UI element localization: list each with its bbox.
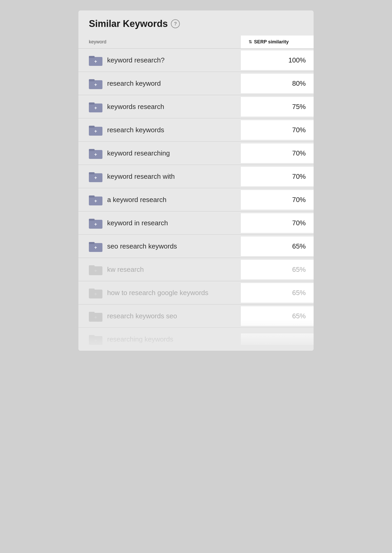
folder-icon[interactable]: +	[89, 54, 102, 66]
svg-text:+: +	[94, 129, 97, 134]
serp-column-header[interactable]: ⇅ SERP similarity	[240, 36, 314, 48]
svg-rect-22	[89, 219, 95, 221]
keyword-cell: + research keyword	[78, 72, 240, 95]
keyword-cell: + keyword research?	[78, 49, 240, 72]
table-row: + research keywords 70%	[78, 118, 314, 142]
serp-cell: 75%	[240, 97, 314, 117]
table-row: + keyword research with 70%	[78, 165, 314, 188]
svg-text:+: +	[94, 222, 97, 227]
panel-title: Similar Keywords	[89, 18, 168, 29]
svg-text:+: +	[94, 338, 97, 343]
svg-rect-25	[89, 242, 95, 244]
folder-icon[interactable]: +	[89, 101, 102, 112]
serp-cell: 65%	[240, 283, 314, 303]
table-row: + keyword in research 70%	[78, 211, 314, 235]
folder-icon[interactable]: +	[89, 240, 102, 252]
svg-text:+: +	[94, 175, 97, 180]
keyword-text: keyword in research	[107, 219, 168, 227]
svg-rect-19	[89, 195, 95, 198]
keyword-cell: + kw research	[78, 258, 240, 281]
help-icon[interactable]: ?	[171, 19, 180, 28]
keyword-cell: + researching keywords	[78, 328, 240, 351]
svg-text:+: +	[94, 245, 97, 250]
table-row: + how to research google keywords 65%	[78, 281, 314, 304]
keyword-text: research keywords seo	[107, 312, 177, 320]
keyword-text: researching keywords	[107, 335, 173, 343]
keywords-table: keyword ⇅ SERP similarity + keyword rese…	[78, 36, 314, 351]
svg-rect-1	[89, 56, 95, 58]
folder-icon[interactable]: +	[89, 217, 102, 229]
svg-text:+: +	[94, 105, 97, 111]
folder-icon[interactable]: +	[89, 147, 102, 159]
folder-icon[interactable]: +	[89, 287, 102, 298]
folder-icon[interactable]: +	[89, 78, 102, 89]
keyword-text: how to research google keywords	[107, 289, 208, 297]
table-row: + research keyword 80%	[78, 72, 314, 95]
keyword-text: seo research keywords	[107, 242, 177, 250]
serp-cell: 100%	[240, 50, 314, 70]
keyword-cell: + keyword researching	[78, 142, 240, 165]
serp-cell: 70%	[240, 120, 314, 140]
svg-rect-4	[89, 79, 95, 81]
svg-rect-16	[89, 172, 95, 174]
folder-icon[interactable]: +	[89, 333, 102, 345]
svg-text:+: +	[94, 59, 97, 64]
keyword-cell: + research keywords	[78, 118, 240, 141]
keyword-text: keyword research?	[107, 56, 165, 64]
keyword-column-header: keyword	[78, 36, 240, 48]
svg-rect-37	[89, 335, 95, 337]
svg-text:+: +	[94, 198, 97, 204]
serp-cell: 65%	[240, 306, 314, 326]
keyword-cell: + keyword research with	[78, 165, 240, 188]
table-row: + keywords research 75%	[78, 95, 314, 118]
serp-header-label: SERP similarity	[254, 39, 289, 45]
svg-rect-7	[89, 102, 95, 105]
sort-icon: ⇅	[249, 39, 252, 44]
table-row: + a keyword research 70%	[78, 188, 314, 211]
serp-cell: 70%	[240, 143, 314, 163]
svg-text:+: +	[94, 315, 97, 320]
keyword-cell: + keyword in research	[78, 211, 240, 234]
svg-text:+: +	[94, 152, 97, 157]
keyword-cell: + keywords research	[78, 95, 240, 118]
serp-cell: 70%	[240, 190, 314, 210]
serp-cell: 65%	[240, 237, 314, 256]
svg-text:+: +	[94, 268, 97, 273]
folder-icon[interactable]: +	[89, 194, 102, 205]
folder-icon[interactable]: +	[89, 171, 102, 182]
keyword-text: a keyword research	[107, 196, 166, 204]
svg-rect-34	[89, 312, 95, 314]
serp-cell: 80%	[240, 74, 314, 93]
svg-rect-31	[89, 289, 95, 291]
table-row: + research keywords seo 65%	[78, 304, 314, 328]
panel-header: Similar Keywords ?	[78, 18, 314, 36]
table-wrapper: keyword ⇅ SERP similarity + keyword rese…	[78, 36, 314, 351]
svg-rect-28	[89, 265, 95, 267]
keyword-cell: + a keyword research	[78, 188, 240, 211]
serp-cell	[240, 333, 314, 345]
keyword-cell: + seo research keywords	[78, 235, 240, 258]
keyword-text: research keywords	[107, 126, 164, 134]
table-row: + researching keywords	[78, 328, 314, 351]
table-header: keyword ⇅ SERP similarity	[78, 36, 314, 49]
svg-text:+: +	[94, 291, 97, 297]
keyword-text: kw research	[107, 266, 144, 274]
keyword-cell: + research keywords seo	[78, 304, 240, 327]
table-rows: + keyword research? 100% + research keyw…	[78, 49, 314, 351]
folder-icon[interactable]: +	[89, 310, 102, 322]
serp-cell: 70%	[240, 213, 314, 233]
table-row: + kw research 65%	[78, 258, 314, 281]
table-row: + keyword research? 100%	[78, 49, 314, 72]
table-row: + keyword researching 70%	[78, 142, 314, 165]
folder-icon[interactable]: +	[89, 264, 102, 275]
folder-icon[interactable]: +	[89, 124, 102, 136]
svg-text:+: +	[94, 82, 97, 87]
svg-rect-10	[89, 126, 95, 128]
keyword-text: keywords research	[107, 103, 164, 111]
similar-keywords-panel: Similar Keywords ? keyword ⇅ SERP simila…	[78, 10, 314, 351]
svg-rect-13	[89, 149, 95, 151]
serp-cell: 65%	[240, 260, 314, 279]
keyword-text: keyword researching	[107, 149, 170, 157]
keyword-text: keyword research with	[107, 172, 175, 181]
serp-cell: 70%	[240, 167, 314, 186]
